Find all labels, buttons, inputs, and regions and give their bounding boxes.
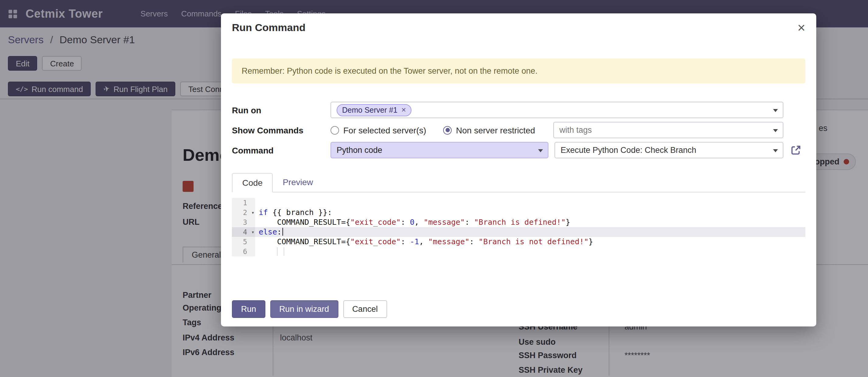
modal-tabs: Code Preview xyxy=(232,173,805,193)
fold-arrow-icon[interactable]: ▾ xyxy=(251,208,254,218)
code-line-content xyxy=(255,246,805,256)
python-warning-alert: Remember: Python code is executed on the… xyxy=(232,58,805,83)
tab-code[interactable]: Code xyxy=(232,173,273,193)
code-line-content: COMMAND_RESULT={"exit_code": -1, "messag… xyxy=(255,237,805,246)
tag-remove-icon[interactable]: ✕ xyxy=(401,107,406,113)
code-line-content: if {{ branch }}: xyxy=(255,208,805,218)
line-number: 5 xyxy=(232,237,255,246)
line-number: 3 xyxy=(232,218,255,227)
radio-icon xyxy=(331,126,339,134)
indent-guide xyxy=(277,247,278,256)
modal-title: Run Command xyxy=(232,22,306,34)
command-row: Command Python code Execute Python Code:… xyxy=(232,141,805,160)
radio-non-server-restricted-label: Non server restricted xyxy=(456,125,535,135)
editor-line-2[interactable]: 2▾if {{ branch }}: xyxy=(232,208,805,218)
with-tags-select[interactable]: with tags xyxy=(553,122,783,138)
line-number: 1 xyxy=(232,198,255,208)
radio-for-selected-servers-label: For selected server(s) xyxy=(343,125,426,135)
fold-arrow-icon[interactable]: ▾ xyxy=(251,227,254,237)
run-on-field[interactable]: Demo Server #1 ✕ xyxy=(331,102,783,118)
chevron-down-icon xyxy=(773,109,778,112)
line-number: 4▾ xyxy=(232,227,255,237)
editor-line-1[interactable]: 1 xyxy=(232,198,805,208)
show-commands-label: Show Commands xyxy=(232,125,331,135)
code-line-content: COMMAND_RESULT={"exit_code": 0, "message… xyxy=(255,218,805,227)
code-line-content xyxy=(255,198,805,208)
command-value: Execute Python Code: Check Branch xyxy=(561,146,696,155)
show-commands-row: Show Commands For selected server(s) Non… xyxy=(232,121,805,140)
external-link-icon[interactable] xyxy=(791,145,801,155)
modal-header: Run Command × xyxy=(221,13,816,42)
code-editor-lines: 12▾if {{ branch }}:3 COMMAND_RESULT={"ex… xyxy=(232,198,805,256)
server-tag-chip[interactable]: Demo Server #1 ✕ xyxy=(337,104,412,116)
run-command-modal: Run Command × Remember: Python code is e… xyxy=(221,13,816,326)
chevron-down-icon xyxy=(538,149,543,152)
modal-form: Run on Demo Server #1 ✕ Show Commands xyxy=(232,100,805,160)
screen: Cetmix Tower ServersCommandsFilesToolsSe… xyxy=(0,0,868,377)
editor-line-3[interactable]: 3 COMMAND_RESULT={"exit_code": 0, "messa… xyxy=(232,218,805,227)
code-editor[interactable]: 12▾if {{ branch }}:3 COMMAND_RESULT={"ex… xyxy=(232,198,805,256)
text-cursor xyxy=(282,228,283,236)
tab-preview[interactable]: Preview xyxy=(273,173,323,192)
editor-line-5[interactable]: 5 COMMAND_RESULT={"exit_code": -1, "mess… xyxy=(232,237,805,246)
command-label: Command xyxy=(232,145,331,155)
run-button[interactable]: Run xyxy=(232,300,266,318)
radio-icon xyxy=(443,126,452,134)
run-on-label: Run on xyxy=(232,105,331,115)
chevron-down-icon xyxy=(773,129,778,132)
with-tags-placeholder: with tags xyxy=(559,125,592,135)
indent-guide xyxy=(284,247,284,256)
command-select[interactable]: Execute Python Code: Check Branch xyxy=(555,142,783,158)
line-number: 2▾ xyxy=(232,208,255,218)
radio-for-selected-servers[interactable]: For selected server(s) xyxy=(331,125,426,135)
cancel-button[interactable]: Cancel xyxy=(343,300,387,318)
chevron-down-icon xyxy=(773,149,778,152)
radio-non-server-restricted[interactable]: Non server restricted xyxy=(443,125,535,135)
command-type-select[interactable]: Python code xyxy=(331,142,549,158)
editor-line-6[interactable]: 6 xyxy=(232,246,805,256)
modal-footer: Run Run in wizard Cancel xyxy=(221,300,816,318)
server-tag-label: Demo Server #1 xyxy=(342,106,398,114)
run-on-row: Run on Demo Server #1 ✕ xyxy=(232,100,805,119)
line-number: 6 xyxy=(232,246,255,256)
run-in-wizard-button[interactable]: Run in wizard xyxy=(270,300,338,318)
command-type-value: Python code xyxy=(337,146,382,155)
modal-body: Remember: Python code is executed on the… xyxy=(221,58,816,256)
editor-line-4[interactable]: 4▾else: xyxy=(232,227,805,237)
code-line-content: else: xyxy=(255,227,805,237)
close-icon[interactable]: × xyxy=(797,21,805,35)
